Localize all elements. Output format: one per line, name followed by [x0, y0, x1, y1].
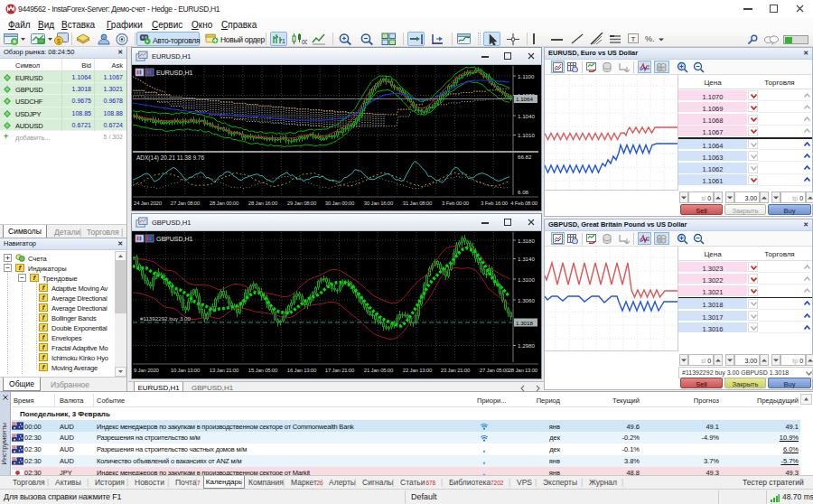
svg-text:29 Jan 08:00: 29 Jan 08:00	[287, 201, 317, 206]
svg-text:3 Feb 16:00: 3 Feb 16:00	[481, 201, 509, 206]
svg-text:00: 00	[302, 39, 307, 45]
svg-text:1.1040: 1.1040	[518, 113, 535, 119]
svg-text:1.3060: 1.3060	[518, 297, 535, 303]
svg-text:17 Jan 21:00: 17 Jan 21:00	[325, 368, 355, 373]
svg-text:28 Jan 13:00: 28 Jan 13:00	[509, 368, 538, 373]
svg-text:1.3140: 1.3140	[518, 256, 535, 262]
svg-text:9 Jan 2020: 9 Jan 2020	[134, 368, 160, 373]
svg-text:1: 1	[282, 38, 285, 44]
svg-text:1.3180: 1.3180	[518, 238, 535, 244]
svg-text:10 Jan 13:00: 10 Jan 13:00	[171, 368, 201, 373]
svg-text:1.1100: 1.1100	[518, 73, 535, 79]
svg-text:1.2980: 1.2980	[518, 342, 535, 349]
svg-text:23 Jan 21:00: 23 Jan 21:00	[441, 368, 471, 373]
svg-text:$: $	[57, 38, 61, 44]
svg-text:EURUSD,H1: EURUSD,H1	[156, 70, 193, 76]
svg-text:24 Jan 2020: 24 Jan 2020	[134, 201, 163, 206]
svg-text:66.82: 66.82	[518, 154, 532, 160]
svg-text:27 Jan 05:00: 27 Jan 05:00	[480, 368, 509, 373]
svg-text:28 Jan 00:00: 28 Jan 00:00	[210, 201, 239, 206]
svg-text:27 Jan 08:00: 27 Jan 08:00	[171, 201, 201, 206]
svg-text:30 Jan 00:00: 30 Jan 00:00	[325, 201, 355, 206]
svg-text:22 Jan 13:00: 22 Jan 13:00	[403, 368, 433, 373]
svg-text:1.1064: 1.1064	[516, 96, 533, 102]
svg-text:3 Feb 00:00: 3 Feb 00:00	[442, 201, 470, 206]
svg-text:#11392292 buy 3.00: #11392292 buy 3.00	[140, 315, 192, 322]
svg-text:31 Jan 08:00: 31 Jan 08:00	[403, 201, 433, 206]
svg-text:21 Jan 05:00: 21 Jan 05:00	[364, 368, 394, 373]
svg-text:1.1010: 1.1010	[518, 132, 535, 138]
svg-text:4 Feb 08:00: 4 Feb 08:00	[510, 201, 538, 206]
svg-text:28 Jan 16:00: 28 Jan 16:00	[248, 201, 278, 206]
svg-text:ADX(14) 20.21 11.38 9.76: ADX(14) 20.21 11.38 9.76	[136, 154, 204, 162]
svg-text:30 Jan 16:00: 30 Jan 16:00	[364, 201, 394, 206]
svg-text:GBPUSD,H1: GBPUSD,H1	[156, 236, 193, 242]
svg-text:1.3018: 1.3018	[516, 320, 533, 326]
svg-text:13 Jan 21:00: 13 Jan 21:00	[210, 368, 239, 373]
svg-text:1.3100: 1.3100	[518, 276, 535, 283]
svg-text:6.08: 6.08	[518, 189, 529, 195]
svg-text:15 Jan 05:00: 15 Jan 05:00	[248, 368, 278, 373]
svg-text:16 Jan 13:00: 16 Jan 13:00	[287, 368, 317, 373]
